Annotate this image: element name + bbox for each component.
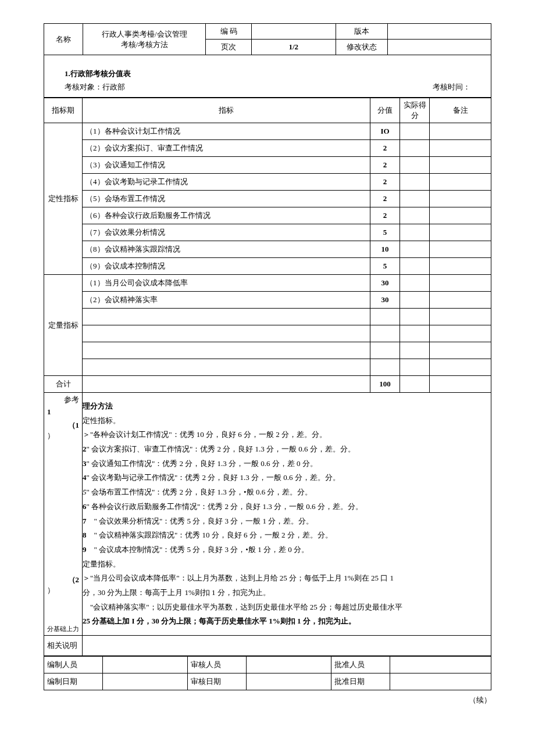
col-indicator: 指标 <box>83 98 370 123</box>
doc-name: 行政人事类考檯/会议管理 考核/考核方法 <box>83 24 206 55</box>
reviewer-label: 审核人员 <box>188 657 247 673</box>
table-row: （9）会议成本控制情况 <box>83 258 370 275</box>
quant-label: 定量指标 <box>44 275 83 376</box>
compiler-value <box>103 657 188 673</box>
table-row: （6）各种会议行政后勤服务工作情况 <box>83 207 370 224</box>
notes-label: 相关说明 <box>44 636 83 656</box>
version-value <box>388 24 491 40</box>
approver-label: 批准人员 <box>331 657 390 673</box>
continued-marker: （续） <box>44 690 491 705</box>
reviewer-value <box>247 657 331 673</box>
review-date-label: 审核日期 <box>188 673 247 690</box>
table-row: （2）会议方案拟订、审查工作情况 <box>83 140 370 157</box>
col-remark: 备注 <box>430 98 491 123</box>
method-text: 理分方法 定性指标。 ＞"各种会议计划工作情况"：优秀 10 分，良好 6 分，… <box>83 393 491 636</box>
compile-date-value <box>103 673 188 690</box>
col-score: 分值 <box>370 98 400 123</box>
section-title: 1.行政部考核分值表 <box>47 57 488 82</box>
approver-value <box>390 657 491 673</box>
total-label: 合计 <box>44 376 83 393</box>
page-label: 页次 <box>206 40 251 55</box>
code-value <box>251 24 336 40</box>
review-date-value <box>247 673 331 690</box>
approve-date-value <box>390 673 491 690</box>
table-row: （1）各种会议计划工作情况 <box>83 123 370 140</box>
score-cell: IO <box>370 123 400 140</box>
code-label: 编 码 <box>206 24 251 40</box>
header-table: 名称 行政人事类考檯/会议管理 考核/考核方法 编 码 版本 页次 1/2 修改… <box>44 23 491 55</box>
total-score: 100 <box>370 376 400 393</box>
table-row: （1）当月公司会议成本降低率 <box>83 275 370 292</box>
name-label: 名称 <box>44 24 83 55</box>
col-actual: 实际得分 <box>400 98 430 123</box>
version-label: 版本 <box>336 24 387 40</box>
actual-cell <box>400 123 430 140</box>
mod-label: 修改状态 <box>336 40 387 55</box>
table-row: （2）会议精神落实率 <box>83 292 370 309</box>
mod-value <box>388 40 491 55</box>
qual-label: 定性指标 <box>44 123 83 275</box>
col-period: 指标期 <box>44 98 83 123</box>
approve-date-label: 批准日期 <box>331 673 390 690</box>
compiler-label: 编制人员 <box>44 657 103 673</box>
table-row: （7）会议效果分析情况 <box>83 224 370 241</box>
notes-cell <box>83 636 491 656</box>
footer-table: 编制人员 审核人员 批准人员 编制日期 审核日期 批准日期 <box>44 656 491 690</box>
table-row: （5）会场布置工作情况 <box>83 191 370 207</box>
assessment-target: 考核对象：行政部 <box>65 82 125 92</box>
assessment-time: 考核时间： <box>433 82 470 92</box>
table-row: （3）会议通知工作情况 <box>83 157 370 174</box>
compile-date-label: 编制日期 <box>44 673 103 690</box>
page-value: 1/2 <box>251 40 336 55</box>
remark-cell <box>430 123 491 140</box>
intro-block: 1.行政部考核分值表 考核对象：行政部 考核时间： <box>44 55 491 98</box>
table-row: （4）会议考勤与记录工作情况 <box>83 174 370 191</box>
score-table: 指标期 指标 分值 实际得分 备注 定性指标 （1）各种会议计划工作情况 IO … <box>44 98 491 656</box>
ref-marker-col: 参考 1 （1 ） （2 ） 分基础上力 <box>44 393 83 636</box>
table-row: （8）会议精神落实跟踪情况 <box>83 241 370 258</box>
